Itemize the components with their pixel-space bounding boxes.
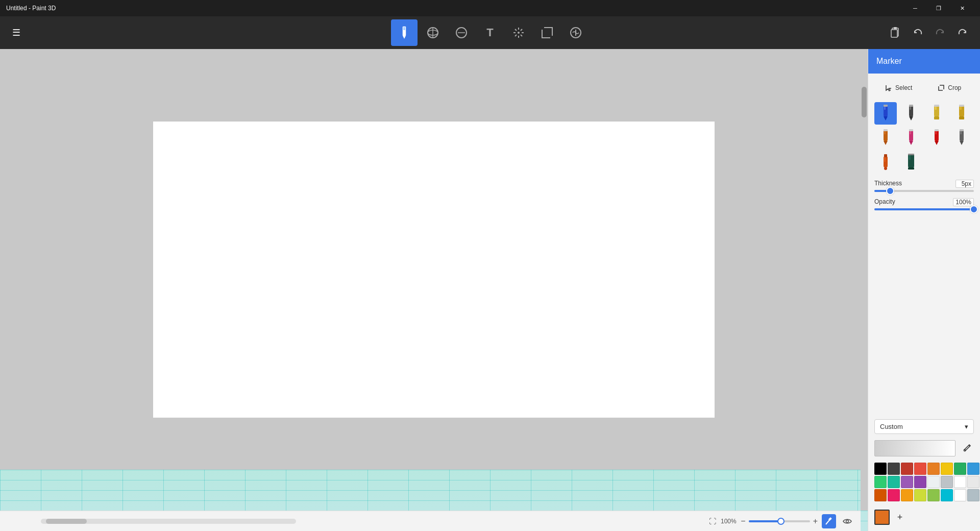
swatch-pink[interactable] [888, 489, 900, 501]
tool-effects[interactable] [505, 19, 532, 46]
opacity-slider-fill [874, 208, 974, 210]
minimize-button[interactable]: ─ [903, 0, 927, 16]
swatch-darkpurple[interactable] [914, 476, 926, 488]
opacity-slider[interactable] [874, 208, 974, 210]
titlebar: Untitled - Paint 3D ─ ❐ ✕ [0, 0, 980, 16]
swatch-darkred[interactable] [901, 463, 913, 475]
swatch-lightgreen[interactable] [874, 476, 887, 488]
scrollbar-thumb-h[interactable] [46, 519, 87, 524]
swatch-silver[interactable] [941, 476, 953, 488]
select-button[interactable]: Select [874, 80, 923, 96]
svg-rect-64 [908, 154, 914, 155]
brush-marker-orange[interactable] [874, 127, 897, 149]
thickness-value[interactable]: 5px [955, 180, 974, 188]
brush-marker-gray[interactable] [950, 127, 973, 149]
select-crop-row: Select Crop [874, 80, 974, 96]
svg-point-8 [518, 32, 520, 34]
paste-button[interactable] [886, 23, 904, 42]
svg-marker-27 [884, 116, 888, 120]
swatch-lime[interactable] [914, 489, 926, 501]
active-color-swatch[interactable] [874, 510, 890, 525]
swatch-teal[interactable] [888, 476, 900, 488]
zoom-plus-button[interactable]: + [813, 517, 818, 526]
app-title: Untitled - Paint 3D [6, 5, 903, 12]
toolbar-right-icons [886, 23, 972, 42]
tool-crop[interactable] [534, 19, 560, 46]
swatch-cyan[interactable] [941, 489, 953, 501]
redo-inactive-button[interactable] [931, 23, 949, 42]
swatch-lightgreen2[interactable] [927, 489, 940, 501]
brush-marker-yellow[interactable] [950, 102, 973, 125]
svg-rect-32 [909, 105, 913, 107]
opacity-control: Opacity 100% [874, 198, 974, 210]
swatch-nearwhite[interactable] [967, 476, 979, 488]
swatch-purple[interactable] [901, 476, 913, 488]
zoom-controls: ⛶ 100% − + [709, 517, 818, 526]
tool-shapes[interactable] [448, 19, 475, 46]
draw-mode-button[interactable] [822, 514, 836, 528]
redo-button[interactable] [953, 23, 972, 42]
tool-brush[interactable] [391, 19, 418, 46]
brush-marker-red[interactable] [925, 127, 948, 149]
window-controls: ─ ❐ ✕ [903, 0, 974, 16]
svg-line-14 [521, 35, 522, 36]
color-mode-dropdown[interactable]: Custom ▾ [874, 419, 974, 434]
swatch-yellow[interactable] [941, 463, 953, 475]
thickness-slider[interactable] [874, 190, 974, 192]
opacity-value[interactable]: 100% [953, 198, 974, 206]
brush-grid [874, 102, 974, 174]
swatch-darkorange[interactable] [874, 489, 887, 501]
tool-text[interactable]: T [477, 19, 503, 46]
brush-marker-light[interactable] [925, 102, 948, 125]
restore-button[interactable]: ❐ [927, 0, 950, 16]
tool-sticker[interactable] [562, 19, 589, 46]
swatch-red[interactable] [914, 463, 926, 475]
eye-mode-button[interactable] [840, 514, 854, 528]
swatch-white2[interactable] [954, 489, 966, 501]
swatch-lightgray[interactable] [927, 476, 940, 488]
zoom-slider-thumb[interactable] [777, 518, 785, 525]
brush-marker-pink[interactable] [900, 127, 922, 149]
drawing-canvas[interactable] [153, 122, 715, 418]
undo-button[interactable] [909, 23, 927, 42]
scrollbar-thumb-v[interactable] [862, 87, 867, 117]
svg-rect-63 [908, 167, 914, 170]
svg-rect-52 [935, 129, 939, 131]
svg-marker-55 [960, 141, 964, 145]
fit-screen-icon[interactable]: ⛶ [709, 517, 716, 525]
hamburger-menu[interactable]: ☰ [8, 25, 24, 41]
svg-rect-35 [934, 116, 939, 119]
swatch-darkgray[interactable] [888, 463, 900, 475]
canvas-area[interactable]: ⛶ 100% − + [0, 49, 868, 531]
brush-bottle-orange[interactable] [874, 151, 897, 174]
add-color-button[interactable]: + [894, 511, 906, 523]
vertical-scrollbar[interactable] [861, 82, 868, 511]
svg-marker-1 [403, 36, 406, 39]
swatch-blue[interactable] [967, 463, 979, 475]
svg-rect-58 [884, 157, 886, 162]
thickness-control: Thickness 5px [874, 180, 974, 192]
brush-marker-teal[interactable] [900, 151, 922, 174]
swatch-bluegray[interactable] [967, 489, 979, 501]
svg-rect-44 [884, 129, 888, 131]
bottom-status-bar: ⛶ 100% − + [0, 511, 861, 531]
swatch-amber[interactable] [901, 489, 913, 501]
tool-3d[interactable] [420, 19, 446, 46]
zoom-minus-button[interactable]: − [741, 517, 745, 526]
brush-pen-dark[interactable] [900, 102, 922, 125]
zoom-slider[interactable] [749, 520, 810, 522]
swatch-orange[interactable] [927, 463, 940, 475]
panel-header: Marker [868, 49, 980, 74]
opacity-slider-thumb[interactable] [970, 205, 978, 213]
close-button[interactable]: ✕ [950, 0, 974, 16]
swatch-green[interactable] [954, 463, 966, 475]
horizontal-scrollbar[interactable] [41, 519, 296, 524]
swatch-white[interactable] [954, 476, 966, 488]
thickness-slider-thumb[interactable] [886, 187, 894, 195]
svg-point-60 [884, 167, 887, 170]
brush-marker-blue[interactable] [874, 102, 897, 125]
panel-title: Marker [876, 57, 902, 66]
crop-button[interactable]: Crop [925, 80, 974, 96]
swatch-black[interactable] [874, 463, 887, 475]
eyedropper-button[interactable] [960, 441, 974, 455]
